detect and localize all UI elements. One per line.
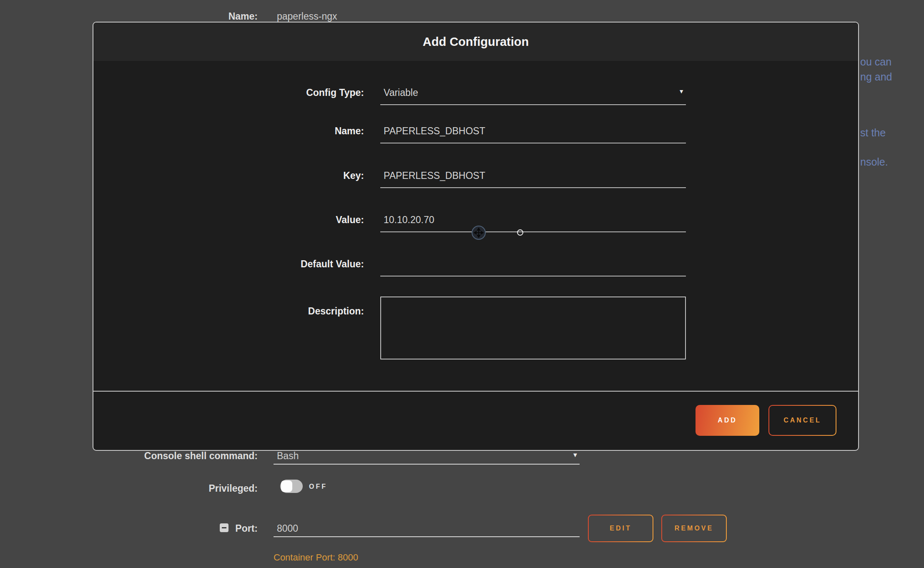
value-field-wrap: [380, 214, 686, 232]
add-button[interactable]: ADD: [696, 405, 759, 436]
console-shell-select[interactable]: Bash: [277, 450, 299, 462]
help-text-fragment: ou can: [860, 56, 891, 68]
click-indicator-ring: [517, 229, 523, 236]
key-field-wrap: [380, 170, 686, 188]
privileged-label: Privileged:: [0, 483, 258, 494]
port-label: Port:: [0, 523, 258, 534]
chevron-down-icon: ▼: [572, 451, 578, 458]
port-underline: [274, 536, 580, 537]
dialog-header: Add Configuration: [93, 23, 858, 61]
config-type-select[interactable]: ▼: [380, 87, 686, 105]
config-type-value[interactable]: [380, 87, 686, 104]
name-label: Name:: [93, 126, 364, 137]
key-input[interactable]: [380, 170, 686, 187]
default-value-field-wrap: [380, 259, 686, 276]
description-textarea[interactable]: [380, 297, 686, 359]
bg-name-value: paperless-ngx: [277, 11, 337, 22]
bg-name-label: Name:: [0, 11, 258, 22]
key-label: Key:: [93, 170, 364, 181]
privileged-toggle[interactable]: [280, 480, 303, 493]
console-shell-underline: [274, 464, 580, 465]
value-input[interactable]: [380, 214, 686, 231]
privileged-state: OFF: [309, 483, 327, 490]
name-input[interactable]: [380, 126, 686, 143]
port-value[interactable]: 8000: [277, 523, 298, 534]
remove-button[interactable]: REMOVE: [661, 515, 727, 542]
help-text-fragment: ng and: [860, 71, 892, 83]
help-text-fragment: st the: [860, 127, 886, 139]
move-cursor-icon: [472, 226, 486, 240]
console-shell-label: Console shell command:: [0, 450, 258, 462]
default-value-label: Default Value:: [93, 259, 364, 270]
name-field-wrap: [380, 126, 686, 143]
cancel-button[interactable]: CANCEL: [768, 405, 836, 436]
container-port-note: Container Port: 8000: [274, 552, 358, 563]
help-text-fragment: nsole.: [860, 156, 888, 168]
edit-button[interactable]: EDIT: [588, 515, 653, 542]
footer-divider: [93, 391, 858, 392]
value-label: Value:: [93, 214, 364, 226]
config-type-label: Config Type:: [93, 87, 364, 98]
dialog-title: Add Configuration: [423, 35, 529, 49]
toggle-knob: [281, 480, 292, 492]
description-label: Description:: [93, 306, 364, 317]
default-value-input[interactable]: [380, 259, 686, 276]
